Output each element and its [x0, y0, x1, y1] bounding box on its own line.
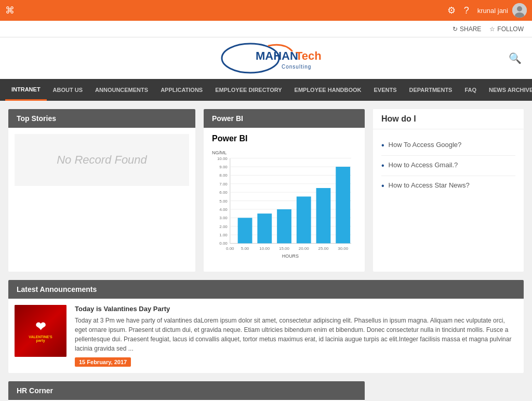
announcement-title: Today is Valantines Day Party — [75, 305, 517, 313]
follow-label: FOLLOW — [497, 25, 524, 33]
svg-text:3.00: 3.00 — [219, 216, 228, 220]
grid-icon[interactable]: ⌘ — [5, 5, 15, 16]
announcements-header: Latest Announcements — [8, 280, 524, 299]
main-content: Top Stories No Record Found Power BI Pow… — [0, 101, 532, 280]
power-bi-header-title: Power BI — [212, 114, 243, 123]
party-sublabel: party — [36, 339, 45, 342]
hr-corner-header: HR Corner — [8, 381, 365, 400]
svg-text:Tech: Tech — [296, 49, 322, 62]
header: MAHAN Tech Consulting 🔍 — [0, 37, 532, 79]
bottom-row: Latest Announcements ❤ VALENTINE'S party… — [0, 280, 532, 401]
top-bar: ⌘ ⚙ ? krunal jani — [0, 0, 532, 21]
bar-1 — [238, 218, 252, 243]
party-label: VALENTINE'S — [29, 335, 52, 339]
top-stories-title: Top Stories — [17, 114, 56, 123]
top-bar-right: ⚙ ? krunal jani — [447, 3, 527, 18]
svg-text:10.00: 10.00 — [259, 246, 270, 251]
top-stories-header: Top Stories — [8, 109, 195, 128]
svg-text:20.00: 20.00 — [299, 246, 309, 251]
svg-text:30.00: 30.00 — [338, 246, 348, 251]
announcement-image-inner: ❤ VALENTINE'S party — [15, 305, 66, 357]
svg-text:6.00: 6.00 — [219, 190, 228, 195]
nav-item-faq[interactable]: FAQ — [458, 79, 483, 101]
announcement-text: Today at 3 Pm we have party of valantine… — [75, 316, 517, 353]
help-icon[interactable]: ? — [464, 5, 469, 16]
follow-button[interactable]: ☆ FOLLOW — [489, 25, 524, 33]
svg-text:5.00: 5.00 — [241, 246, 249, 251]
svg-text:7.00: 7.00 — [219, 182, 228, 186]
nav-item-departments[interactable]: DEPARTMENTS — [403, 79, 459, 101]
how-do-i-card: How do I • How To Access Google? • How t… — [373, 109, 524, 272]
bullet-icon: • — [381, 161, 384, 170]
svg-text:1.00: 1.00 — [219, 233, 228, 237]
nav-item-about[interactable]: ABOUT US — [47, 79, 89, 101]
announcement-date[interactable]: 15 February, 2017 — [75, 357, 131, 367]
how-do-i-header: How do I — [373, 109, 524, 129]
bar-6 — [336, 167, 350, 243]
svg-text:0.00: 0.00 — [219, 241, 228, 246]
how-do-i-title: How do I — [381, 114, 416, 123]
logo-svg: MAHAN Tech Consulting — [209, 42, 323, 75]
logo: MAHAN Tech Consulting — [209, 42, 323, 75]
svg-text:2.00: 2.00 — [219, 224, 228, 229]
hr-corner-title: HR Corner — [17, 386, 53, 395]
settings-icon[interactable]: ⚙ — [447, 5, 456, 16]
svg-text:0.00: 0.00 — [226, 246, 234, 251]
share-follow-bar: ↻ SHARE ☆ FOLLOW — [0, 21, 532, 37]
power-bi-card: Power BI Power BI NG/ML 10.00 9.00 8.0 — [204, 109, 365, 272]
top-stories-card: Top Stories No Record Found — [8, 109, 195, 272]
announcements-title: Latest Announcements — [17, 285, 97, 293]
svg-text:Consulting: Consulting — [282, 64, 311, 70]
nav-item-employee-directory[interactable]: EMPLOYEE DIRECTORY — [209, 79, 288, 101]
bar-5 — [316, 188, 331, 243]
announcement-content: Today is Valantines Day Party Today at 3… — [75, 305, 517, 367]
bar-3 — [277, 209, 291, 244]
how-item-2: How to Access Gmail.? — [389, 161, 458, 169]
svg-text:4.00: 4.00 — [219, 207, 228, 212]
nav-item-intranet[interactable]: INTRANET — [5, 79, 47, 101]
how-do-i-list: • How To Access Google? • How to Access … — [373, 129, 524, 202]
announcement-image: ❤ VALENTINE'S party — [15, 305, 66, 357]
svg-text:8.00: 8.00 — [219, 173, 228, 178]
nav-item-news-archive[interactable]: NEWS ARCHIVE — [483, 79, 532, 101]
bar-chart: NG/ML 10.00 9.00 8.00 7.00 — [212, 148, 356, 262]
svg-text:HOURS: HOURS — [282, 253, 299, 259]
chart-area: NG/ML 10.00 9.00 8.00 7.00 — [204, 143, 365, 272]
bullet-icon: • — [381, 181, 384, 191]
username-label: krunal jani — [477, 7, 508, 15]
svg-text:NG/ML: NG/ML — [212, 150, 227, 155]
search-icon[interactable]: 🔍 — [509, 52, 522, 64]
bullet-icon: • — [381, 141, 384, 150]
list-item[interactable]: • How to Access Star News? — [381, 176, 515, 196]
announcements-card: Latest Announcements ❤ VALENTINE'S party… — [8, 280, 524, 373]
bar-4 — [297, 196, 311, 243]
no-record-message: No Record Found — [15, 134, 189, 186]
top-bar-left: ⌘ — [5, 5, 15, 16]
main-nav: INTRANET ABOUT US ANNOUNCEMENTS APPLICAT… — [0, 79, 532, 101]
heart-icon: ❤ — [35, 319, 46, 334]
power-bi-chart-title: Power BI — [204, 128, 365, 143]
list-item[interactable]: • How to Access Gmail.? — [381, 156, 515, 176]
hr-corner-card: HR Corner Krunal Got Promotion krunal ja… — [8, 381, 365, 401]
svg-text:25.00: 25.00 — [318, 246, 329, 251]
svg-text:10.00: 10.00 — [217, 156, 228, 161]
svg-text:MAHAN: MAHAN — [256, 49, 298, 62]
no-record-text: No Record Found — [57, 153, 147, 167]
share-button[interactable]: ↻ SHARE — [453, 25, 481, 33]
share-label: SHARE — [460, 25, 481, 33]
how-item-3: How to Access Star News? — [389, 181, 470, 189]
list-item[interactable]: • How To Access Google? — [381, 136, 515, 156]
power-bi-header: Power BI — [204, 109, 365, 128]
nav-item-events[interactable]: EVENTS — [368, 79, 403, 101]
nav-item-employee-handbook[interactable]: EMPLOYEE HANDBOOK — [288, 79, 368, 101]
nav-item-applications[interactable]: APPLICATIONS — [154, 79, 209, 101]
svg-text:5.00: 5.00 — [219, 199, 228, 204]
svg-point-1 — [517, 6, 522, 11]
avatar — [512, 3, 527, 18]
star-icon: ☆ — [489, 25, 495, 33]
how-item-1: How To Access Google? — [389, 141, 462, 149]
nav-item-announcements[interactable]: ANNOUNCEMENTS — [89, 79, 154, 101]
svg-text:15.00: 15.00 — [279, 246, 289, 251]
share-icon: ↻ — [453, 25, 458, 33]
user-info[interactable]: krunal jani — [477, 3, 527, 18]
